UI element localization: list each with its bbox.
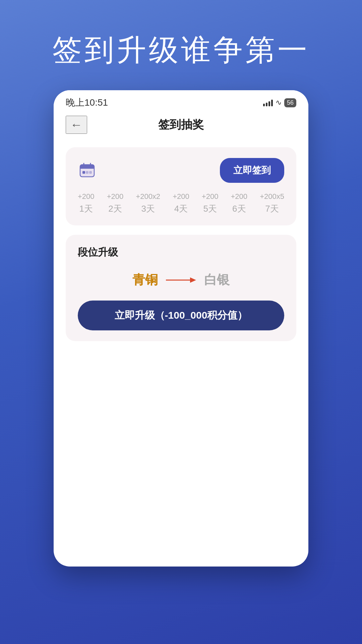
svg-rect-7: [89, 171, 92, 174]
signal-icon: [263, 99, 273, 106]
day-points-6: +200: [231, 192, 248, 201]
hero-title: 签到升级谁争第一: [0, 30, 362, 70]
rank-to: 白银: [204, 271, 230, 288]
rank-arrow-icon: [166, 276, 196, 284]
day-item-5: +200 5天: [202, 192, 219, 215]
status-icons: ∿ 56: [263, 98, 296, 107]
svg-rect-6: [86, 171, 88, 174]
upgrade-button[interactable]: 立即升级（-100_000积分值）: [78, 301, 284, 330]
wifi-icon: ∿: [276, 98, 282, 107]
phone-mockup: 晚上10:51 ∿ 56 ← 签到抽奖: [54, 90, 308, 567]
day-label-3: 3天: [141, 203, 155, 215]
nav-bar: ← 签到抽奖: [54, 112, 308, 141]
day-item-3: +200x2 3天: [136, 192, 160, 215]
day-label-6: 6天: [232, 203, 246, 215]
svg-rect-5: [82, 171, 85, 174]
day-points-1: +200: [78, 192, 95, 201]
battery-level: 56: [287, 99, 294, 106]
day-points-7: +200x5: [260, 192, 284, 201]
day-item-6: +200 6天: [231, 192, 248, 215]
rank-card: 段位升级 青铜 白银 立即升级（-100_000积分值）: [66, 235, 296, 341]
signin-card-header: 立即签到: [78, 158, 284, 183]
content-area: 立即签到 +200 1天 +200 2天 +200x2 3天 +200: [54, 141, 308, 348]
day-label-1: 1天: [79, 203, 93, 215]
day-points-4: +200: [173, 192, 189, 201]
status-time: 晚上10:51: [66, 96, 108, 109]
day-label-4: 4天: [174, 203, 188, 215]
rank-card-title: 段位升级: [78, 246, 284, 259]
day-item-4: +200 4天: [173, 192, 189, 215]
phone-body-space: [54, 348, 308, 482]
calendar-icon: [78, 161, 97, 180]
day-label-7: 7天: [265, 203, 279, 215]
battery-indicator: 56: [284, 98, 296, 107]
day-points-2: +200: [107, 192, 124, 201]
svg-marker-9: [190, 277, 196, 283]
day-label-5: 5天: [203, 203, 217, 215]
days-grid: +200 1天 +200 2天 +200x2 3天 +200 4天 +200: [78, 192, 284, 215]
day-label-2: 2天: [108, 203, 122, 215]
status-bar: 晚上10:51 ∿ 56: [54, 90, 308, 112]
day-points-5: +200: [202, 192, 219, 201]
back-button[interactable]: ←: [66, 116, 87, 134]
rank-from: 青铜: [132, 271, 158, 288]
nav-title: 签到抽奖: [158, 117, 204, 132]
signin-card: 立即签到 +200 1天 +200 2天 +200x2 3天 +200: [66, 147, 296, 225]
signin-button[interactable]: 立即签到: [220, 158, 284, 183]
rank-upgrade-row: 青铜 白银: [78, 271, 284, 288]
day-item-2: +200 2天: [107, 192, 124, 215]
day-points-3: +200x2: [136, 192, 160, 201]
day-item-1: +200 1天: [78, 192, 95, 215]
day-item-7: +200x5 7天: [260, 192, 284, 215]
svg-rect-2: [80, 167, 94, 169]
